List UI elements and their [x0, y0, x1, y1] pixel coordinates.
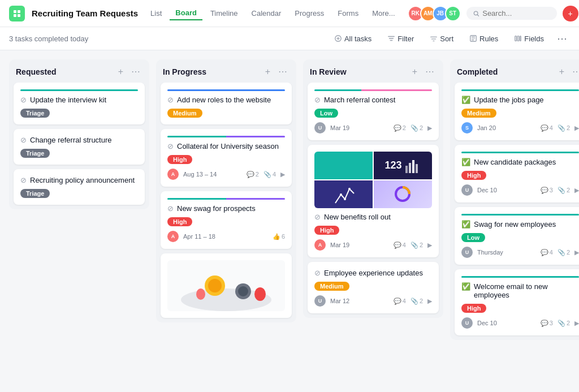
search-bar[interactable] [466, 7, 557, 20]
meta-date: Mar 12 [330, 298, 349, 304]
check-icon: ⊘ [314, 96, 321, 104]
check-done-icon: ✅ [461, 96, 470, 104]
filter-button[interactable]: Filter [382, 32, 420, 45]
meta-attachments: 📎 2 [558, 187, 570, 194]
fields-button[interactable]: Fields [508, 32, 550, 45]
column-add-in-review[interactable]: + [410, 66, 420, 78]
tag-triage: Triage [20, 109, 50, 118]
meta-comments: 💬 3 [541, 187, 553, 194]
sort-button[interactable]: Sort [424, 32, 459, 45]
column-in-progress: In Progress + ⋯ ⊘ Add new roles to the w… [156, 59, 296, 322]
card-meta: A Mar 19 💬 4 📎 2 ▶ [314, 239, 432, 251]
card-title: ⊘ New swag for prospects [167, 204, 285, 213]
column-more-requested[interactable]: ⋯ [129, 65, 142, 78]
check-icon: ⊘ [20, 176, 27, 184]
card-title: ⊘ Change referral structure [20, 136, 138, 144]
card-title: ⊘ Add new roles to the website [167, 96, 285, 104]
meta-date: Dec 10 [477, 320, 497, 326]
search-input[interactable] [482, 9, 550, 18]
column-cards-in-review: ⊘ March referral contest Low U Mar 19 💬 … [303, 83, 443, 318]
nav-list[interactable]: List [145, 7, 167, 20]
svg-rect-2 [14, 14, 16, 17]
svg-point-26 [348, 188, 351, 190]
check-done-icon: ✅ [461, 158, 470, 166]
card-title: ✅ Welcome email to new employees [461, 282, 579, 299]
card-collateral-university[interactable]: ⊘ Collateral for University season High … [161, 129, 292, 187]
card-color-bar [461, 89, 579, 91]
column-add-completed[interactable]: + [557, 66, 567, 78]
svg-rect-23 [416, 164, 418, 173]
meta-comments: 💬 3 [541, 320, 553, 327]
nav-more[interactable]: More... [366, 7, 400, 20]
column-requested: Requested + ⋯ ⊘ Update the interview kit… [9, 59, 149, 209]
all-tasks-button[interactable]: All tasks [329, 32, 377, 45]
toolbar-actions: All tasks Filter Sort Rules Fields ⋯ [329, 31, 570, 46]
check-icon: ⊘ [314, 269, 321, 277]
card-color-bar [167, 136, 285, 137]
meta-avatar: U [461, 247, 473, 258]
card-title: ⊘ Recruiting policy announcement [20, 176, 138, 184]
topbar: Recruiting Team Requests List Board Time… [0, 0, 579, 27]
svg-point-19 [196, 288, 205, 300]
tag-high: High [461, 304, 486, 313]
svg-point-25 [344, 198, 346, 200]
tag-high: High [167, 155, 192, 164]
nav-calendar[interactable]: Calendar [246, 7, 287, 20]
column-more-in-review[interactable]: ⋯ [423, 65, 437, 78]
nav-timeline[interactable]: Timeline [205, 7, 244, 20]
nav-progress[interactable]: Progress [289, 7, 330, 20]
img-cell-purple [314, 180, 373, 208]
tag-high: High [461, 171, 486, 180]
card-add-roles[interactable]: ⊘ Add new roles to the website Medium [161, 83, 292, 124]
meta-more: ▶ [427, 242, 432, 249]
card-update-jobs-page[interactable]: ✅ Update the jobs page Medium S Jan 20 💬… [455, 83, 579, 140]
column-more-completed[interactable]: ⋯ [570, 65, 579, 78]
card-update-interview[interactable]: ⊘ Update the interview kit Triage [14, 83, 145, 124]
card-recruiting-policy[interactable]: ⊘ Recruiting policy announcement Triage [14, 169, 145, 205]
card-color-bar [20, 89, 138, 91]
card-welcome-email[interactable]: ✅ Welcome email to new employees High U … [455, 269, 579, 335]
avatar-group: RK AM JB ST [408, 6, 461, 21]
svg-point-17 [238, 286, 248, 296]
illustration-svg [170, 260, 283, 311]
card-color-bar [461, 214, 579, 216]
more-options-button[interactable]: ⋯ [554, 31, 570, 46]
column-add-requested[interactable]: + [116, 66, 126, 78]
card-swag-prospects[interactable]: ⊘ New swag for prospects High A Apr 11 –… [161, 191, 292, 249]
card-illustration[interactable] [161, 253, 292, 318]
card-change-referral[interactable]: ⊘ Change referral structure Triage [14, 129, 145, 165]
svg-rect-21 [409, 163, 411, 173]
svg-rect-11 [517, 36, 519, 41]
column-cards-in-progress: ⊘ Add new roles to the website Medium ⊘ … [156, 83, 296, 322]
rules-button[interactable]: Rules [464, 32, 504, 45]
column-title-completed: Completed [457, 67, 554, 76]
rules-icon [469, 35, 477, 42]
nav-forms[interactable]: Forms [332, 7, 364, 20]
tag-medium: Medium [314, 282, 349, 291]
card-meta: U Mar 19 💬 2 📎 2 ▶ [314, 122, 432, 133]
card-title: ⊘ March referral contest [314, 96, 432, 104]
card-color-bar [314, 89, 432, 91]
card-march-referral[interactable]: ⊘ March referral contest Low U Mar 19 💬 … [308, 83, 439, 140]
column-header-in-review: In Review + ⋯ [303, 59, 443, 83]
card-employee-experience[interactable]: ⊘ Employee experience updates Medium U M… [308, 262, 439, 313]
card-meta: A Aug 13 – 14 💬 2 📎 4 ▶ [167, 169, 285, 180]
column-completed: Completed + ⋯ ✅ Update the jobs page Med… [450, 59, 579, 340]
add-button[interactable]: + [563, 6, 578, 21]
meta-more: ▶ [574, 124, 579, 132]
card-swag-new-employees[interactable]: ✅ Swag for new employees Low U Thursday … [455, 207, 579, 265]
meta-attachments: 📎 2 [411, 124, 423, 132]
nav-tabs: List Board Timeline Calendar Progress Fo… [145, 6, 401, 20]
filter-icon [387, 35, 395, 42]
tag-high: High [167, 217, 192, 226]
card-new-candidate-packages[interactable]: ✅ New candidate packages High U Dec 10 💬… [455, 145, 579, 203]
card-new-benefits[interactable]: 123 [308, 145, 439, 257]
meta-avatar: A [167, 169, 179, 180]
column-add-in-progress[interactable]: + [263, 66, 273, 78]
nav-board[interactable]: Board [170, 6, 202, 20]
check-icon: ⊘ [167, 142, 174, 150]
column-more-in-progress[interactable]: ⋯ [276, 65, 290, 78]
meta-more: ▶ [280, 171, 285, 178]
toolbar: 3 tasks completed today All tasks Filter… [0, 27, 579, 50]
check-icon: ⊘ [167, 96, 174, 104]
